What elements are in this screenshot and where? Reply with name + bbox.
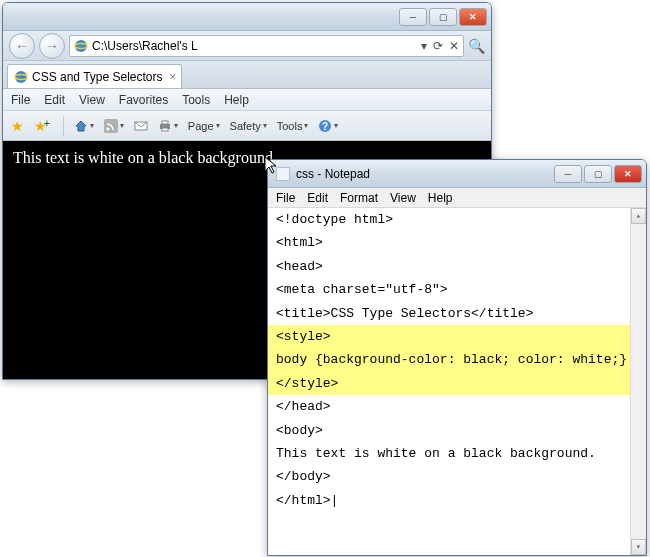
ie-titlebar[interactable]: ─ ▢ ✕ <box>3 3 491 31</box>
help-icon: ? <box>318 119 332 133</box>
print-icon <box>158 119 172 133</box>
minimize-button[interactable]: ─ <box>554 165 582 183</box>
favorites-star-icon[interactable]: ★ <box>11 118 24 134</box>
notepad-title: css - Notepad <box>296 167 370 181</box>
tools-menu[interactable]: Tools▾ <box>277 120 309 132</box>
print-button[interactable]: ▾ <box>158 119 178 133</box>
home-button[interactable]: ▾ <box>74 119 94 133</box>
rss-icon <box>104 119 118 133</box>
code-line: <head> <box>268 255 646 278</box>
vertical-scrollbar[interactable]: ▴ ▾ <box>630 208 646 555</box>
help-button[interactable]: ? ▾ <box>318 119 338 133</box>
svg-point-2 <box>15 71 27 83</box>
svg-rect-8 <box>162 121 168 124</box>
add-favorite-icon[interactable]: ★+ <box>34 118 53 134</box>
refresh-icon[interactable]: ⟳ <box>433 39 443 53</box>
address-dropdown-icon[interactable]: ▾ <box>421 39 427 53</box>
menu-help[interactable]: Help <box>428 191 453 205</box>
forward-button[interactable]: → <box>39 33 65 59</box>
mail-icon <box>134 119 148 133</box>
maximize-button[interactable]: ▢ <box>584 165 612 183</box>
address-bar[interactable]: C:\Users\Rachel's L ▾ ⟳ ✕ <box>69 35 464 57</box>
code-line: <body> <box>268 419 646 442</box>
safety-menu[interactable]: Safety▾ <box>230 120 267 132</box>
code-line: <meta charset="utf-8"> <box>268 278 646 301</box>
address-text: C:\Users\Rachel's L <box>92 39 198 53</box>
svg-rect-9 <box>162 128 168 131</box>
menu-view[interactable]: View <box>79 93 105 107</box>
page-menu[interactable]: Page▾ <box>188 120 220 132</box>
menu-file[interactable]: File <box>276 191 295 205</box>
feeds-button[interactable]: ▾ <box>104 119 124 133</box>
ie-toolbar: ★ ★+ ▾ ▾ ▾ Page▾ Safety▾ Tools▾ ? ▾ <box>3 111 491 141</box>
menu-edit[interactable]: Edit <box>44 93 65 107</box>
page-body-text: This text is white on a black background… <box>13 149 277 166</box>
ie-menubar: File Edit View Favorites Tools Help <box>3 89 491 111</box>
svg-point-5 <box>106 127 109 130</box>
menu-tools[interactable]: Tools <box>182 93 210 107</box>
code-line: This text is white on a black background… <box>268 442 646 465</box>
tab-title: CSS and Type Selectors <box>32 70 163 84</box>
menu-format[interactable]: Format <box>340 191 378 205</box>
minimize-button[interactable]: ─ <box>399 8 427 26</box>
back-button[interactable]: ← <box>9 33 35 59</box>
menu-favorites[interactable]: Favorites <box>119 93 168 107</box>
svg-point-0 <box>75 40 87 52</box>
tab-close-icon[interactable]: ✕ <box>169 72 177 82</box>
notepad-titlebar[interactable]: css - Notepad ─ ▢ ✕ <box>268 160 646 188</box>
notepad-text-area[interactable]: <!doctype html><html><head><meta charset… <box>268 208 646 555</box>
mail-button[interactable] <box>134 119 148 133</box>
ie-nav-row: ← → C:\Users\Rachel's L ▾ ⟳ ✕ 🔍 <box>3 31 491 61</box>
code-line: <style> <box>268 325 646 348</box>
home-icon <box>74 119 88 133</box>
scroll-down-button[interactable]: ▾ <box>631 539 646 555</box>
menu-file[interactable]: File <box>11 93 30 107</box>
menu-view[interactable]: View <box>390 191 416 205</box>
maximize-button[interactable]: ▢ <box>429 8 457 26</box>
code-line: <!doctype html> <box>268 208 646 231</box>
code-line: </body> <box>268 465 646 488</box>
close-button[interactable]: ✕ <box>459 8 487 26</box>
ie-window-controls: ─ ▢ ✕ <box>399 8 491 26</box>
ie-tab[interactable]: CSS and Type Selectors ✕ <box>7 64 182 88</box>
search-icon[interactable]: 🔍 <box>468 38 485 54</box>
code-line: </html>| <box>268 489 646 512</box>
code-line: <html> <box>268 231 646 254</box>
svg-text:?: ? <box>322 121 328 132</box>
notepad-window: css - Notepad ─ ▢ ✕ File Edit Format Vie… <box>267 159 647 556</box>
ie-logo-icon <box>74 39 88 53</box>
menu-help[interactable]: Help <box>224 93 249 107</box>
ie-logo-icon <box>14 70 28 84</box>
stop-icon[interactable]: ✕ <box>449 39 459 53</box>
code-line: body {background-color: black; color: wh… <box>268 348 646 371</box>
code-line: </head> <box>268 395 646 418</box>
code-line: <title>CSS Type Selectors</title> <box>268 302 646 325</box>
scroll-up-button[interactable]: ▴ <box>631 208 646 224</box>
ie-tabstrip: CSS and Type Selectors ✕ <box>3 61 491 89</box>
close-button[interactable]: ✕ <box>614 165 642 183</box>
code-line: </style> <box>268 372 646 395</box>
notepad-menubar: File Edit Format View Help <box>268 188 646 208</box>
notepad-window-controls: ─ ▢ ✕ <box>554 165 646 183</box>
toolbar-divider <box>63 116 64 136</box>
menu-edit[interactable]: Edit <box>307 191 328 205</box>
mouse-cursor-icon <box>264 156 280 180</box>
